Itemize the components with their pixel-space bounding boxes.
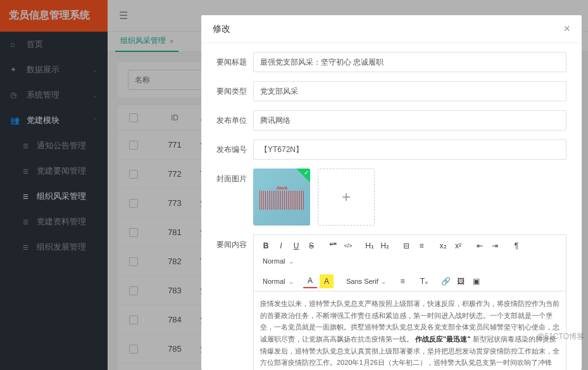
label-cover: 封面图片	[216, 169, 253, 189]
size-select[interactable]: Normal	[259, 254, 296, 268]
modal-body: 要闻标题 要闻类型 发布单位 发布编号 封面图片 Java	[201, 43, 582, 370]
direction-button[interactable]: ¶	[510, 239, 523, 253]
input-unit[interactable]	[253, 110, 566, 131]
content-bold: 作战反应"最迅速"	[415, 335, 470, 343]
h2-button[interactable]: H₂	[378, 239, 392, 253]
clear-format-button[interactable]: Tₓ	[417, 274, 431, 288]
modal-header: 修改 ×	[201, 15, 582, 43]
input-title[interactable]	[253, 52, 566, 72]
code-button[interactable]: </>	[341, 239, 355, 253]
text-color-button[interactable]: A	[303, 274, 317, 288]
input-type[interactable]	[253, 81, 566, 101]
h1-button[interactable]: H₁	[363, 239, 377, 253]
align-button[interactable]: ≡	[396, 274, 410, 288]
strike-button[interactable]: S	[304, 239, 318, 253]
input-number[interactable]	[253, 139, 566, 160]
link-button[interactable]: 🔗	[439, 274, 453, 288]
label-number: 发布编号	[216, 139, 253, 160]
close-icon[interactable]: ×	[563, 22, 570, 35]
superscript-button[interactable]: x²	[451, 239, 465, 253]
indent-button[interactable]: ⇥	[488, 239, 502, 253]
font-select[interactable]: Sans Serif	[342, 274, 388, 288]
label-content: 要闻内容	[216, 234, 253, 255]
watermark: @51CTO博客	[537, 331, 584, 342]
unordered-list-button[interactable]: ≡	[415, 239, 428, 253]
bg-color-button[interactable]: A	[320, 274, 334, 288]
video-button[interactable]: ▣	[469, 274, 483, 288]
uploaded-image[interactable]: Java	[253, 169, 310, 226]
editor-content[interactable]: 疫情发生以来，巡特警大队党总支严格按照上级部署，快速反应，积极作为，将疫情防控作…	[253, 291, 566, 370]
quote-button[interactable]: ❝❞	[326, 239, 340, 253]
edit-modal: 修改 × 要闻标题 要闻类型 发布单位 发布编号 封面图片	[201, 15, 582, 370]
label-title: 要闻标题	[216, 52, 253, 72]
modal-title: 修改	[213, 23, 230, 35]
header-select[interactable]: Normal	[259, 274, 296, 288]
ordered-list-button[interactable]: ⊟	[399, 239, 413, 253]
label-unit: 发布单位	[216, 110, 253, 131]
subscript-button[interactable]: x₂	[436, 239, 450, 253]
bold-button[interactable]: B	[259, 239, 273, 253]
editor-toolbar-row2: Normal A A Sans Serif ≡ Tₓ 🔗 🖼 ▣	[253, 272, 566, 291]
upload-area: Java +	[253, 169, 566, 226]
underline-button[interactable]: U	[289, 239, 303, 253]
image-button[interactable]: 🖼	[454, 274, 468, 288]
upload-add-button[interactable]: +	[318, 169, 375, 226]
italic-button[interactable]: I	[274, 239, 288, 253]
editor-toolbar: B I U S ❝❞ </> H₁ H₂ ⊟ ≡ x₂ x²	[253, 234, 566, 272]
outdent-button[interactable]: ⇤	[473, 239, 487, 253]
label-type: 要闻类型	[216, 81, 253, 101]
